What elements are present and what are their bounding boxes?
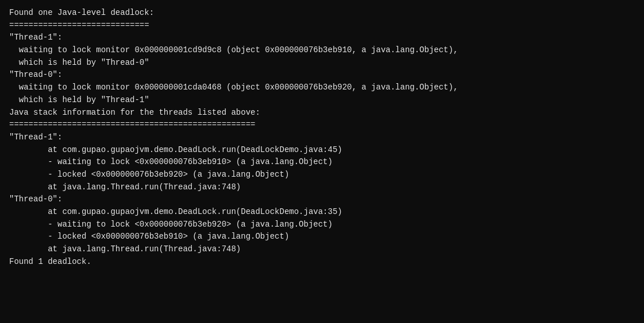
terminal-output: Found one Java-level deadlock:==========…: [0, 0, 644, 323]
terminal-line: which is held by "Thread-0": [9, 57, 635, 69]
terminal-line: "Thread-1":: [9, 131, 635, 144]
terminal-line: - waiting to lock <0x000000076b3eb920> (…: [9, 219, 635, 231]
terminal-line: waiting to lock monitor 0x000000001cda04…: [9, 81, 635, 94]
terminal-line: Found 1 deadlock.: [9, 256, 635, 268]
terminal-line: - locked <0x000000076b3eb920> (a java.la…: [9, 169, 635, 181]
terminal-line: at com.gupao.gupaojvm.demo.DeadLock.run(…: [9, 206, 635, 219]
terminal-line: Found one Java-level deadlock:: [9, 7, 635, 20]
terminal-line: at java.lang.Thread.run(Thread.java:748): [9, 181, 635, 194]
terminal-line: at java.lang.Thread.run(Thread.java:748): [9, 243, 635, 256]
terminal-line: - locked <0x000000076b3eb910> (a java.la…: [9, 231, 635, 243]
terminal-line: - waiting to lock <0x000000076b3eb910> (…: [9, 156, 635, 169]
terminal-line: Java stack information for the threads l…: [9, 107, 635, 119]
terminal-line: ========================================…: [9, 119, 635, 131]
terminal-line: "Thread-1":: [9, 32, 635, 44]
terminal-line: at com.gupao.gupaojvm.demo.DeadLock.run(…: [9, 144, 635, 157]
terminal-line: waiting to lock monitor 0x000000001cd9d9…: [9, 44, 635, 57]
terminal-line: "Thread-0":: [9, 69, 635, 81]
terminal-line: =============================: [9, 20, 635, 32]
terminal-line: which is held by "Thread-1": [9, 94, 635, 107]
terminal-line: "Thread-0":: [9, 193, 635, 206]
